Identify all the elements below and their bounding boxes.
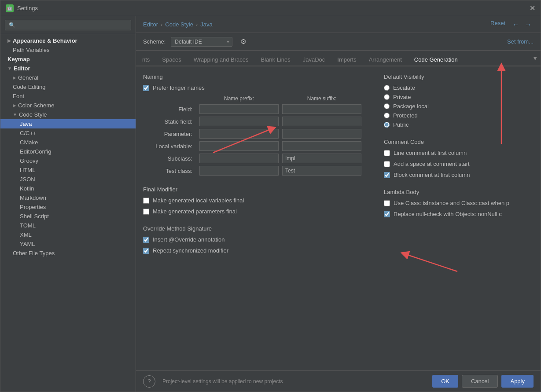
tab-javadoc[interactable]: JavaDoc	[297, 54, 331, 66]
tab-code-generation[interactable]: Code Generation	[408, 54, 464, 66]
sidebar-item-properties[interactable]: Properties	[0, 202, 136, 212]
test-class-label: Test class:	[143, 168, 196, 174]
visibility-escalate-radio[interactable]	[384, 85, 390, 91]
sidebar-item-code-style[interactable]: ▼ Code Style	[0, 110, 136, 119]
arrow-icon: ▶	[7, 38, 11, 43]
sidebar-item-shell-script[interactable]: Shell Script	[0, 212, 136, 221]
visibility-protected-label: Protected	[393, 112, 418, 119]
prefer-longer-names-checkbox[interactable]	[143, 85, 149, 91]
sidebar-item-markdown[interactable]: Markdown	[0, 193, 136, 202]
field-label: Field:	[143, 106, 196, 113]
sidebar-item-appearance[interactable]: ▶ Appearance & Behavior	[0, 36, 136, 45]
static-field-prefix-input[interactable]	[199, 117, 279, 126]
line-comment-checkbox[interactable]	[384, 150, 390, 156]
local-var-prefix-input[interactable]	[199, 141, 279, 151]
settings-window: 🤖 Settings ✕ ▶ Appearance & Behavior Pat…	[0, 0, 541, 392]
params-final-checkbox[interactable]	[143, 209, 149, 215]
sidebar-item-json[interactable]: JSON	[0, 175, 136, 184]
visibility-package-radio[interactable]	[384, 103, 390, 109]
subclass-prefix-input[interactable]	[199, 154, 279, 163]
repeat-synchronized-checkbox[interactable]	[143, 248, 149, 254]
sidebar-item-cpp[interactable]: C/C++	[0, 128, 136, 138]
visibility-private-label: Private	[393, 94, 411, 100]
tab-arrangement[interactable]: Arrangement	[363, 54, 408, 66]
sidebar-item-editorconfig[interactable]: EditorConfig	[0, 147, 136, 156]
sidebar-item-keymap[interactable]: Keymap	[0, 55, 136, 64]
scheme-gear-button[interactable]: ⚙	[238, 37, 249, 47]
breadcrumb-sep1: ›	[161, 21, 162, 28]
parameter-prefix-input[interactable]	[199, 129, 279, 139]
tab-blank-lines[interactable]: Blank Lines	[255, 54, 297, 66]
window-title: Settings	[17, 5, 530, 11]
final-modifier-section: Final Modifier Make generated local vari…	[143, 186, 366, 215]
sidebar-item-groovy[interactable]: Groovy	[0, 156, 136, 165]
sidebar-item-general[interactable]: ▶ General	[0, 73, 136, 82]
name-prefix-header: Name prefix:	[199, 95, 279, 102]
test-class-suffix-input[interactable]	[282, 166, 361, 176]
override-section: Override Method Signature Insert @Overri…	[143, 225, 366, 254]
block-comment-checkbox[interactable]	[384, 172, 390, 178]
sidebar-item-font[interactable]: Font	[0, 92, 136, 101]
override-annotation-checkbox[interactable]	[143, 237, 149, 243]
scheme-select[interactable]: Default IDE	[171, 37, 232, 47]
field-suffix-input[interactable]	[282, 104, 361, 114]
sidebar-item-path-variables[interactable]: Path Variables	[0, 45, 136, 55]
add-space-checkbox[interactable]	[384, 161, 390, 167]
parameter-suffix-input[interactable]	[282, 129, 361, 139]
tab-nts[interactable]: nts	[136, 54, 156, 66]
right-panel: Editor › Code Style › Java Reset ← → Sch…	[136, 16, 541, 392]
visibility-escalate-row: Escalate	[384, 84, 534, 91]
test-class-prefix-input[interactable]	[199, 166, 279, 176]
sidebar-item-code-editing[interactable]: Code Editing	[0, 82, 136, 92]
tab-wrapping[interactable]: Wrapping and Braces	[188, 54, 255, 66]
reset-label[interactable]: Reset	[490, 20, 505, 29]
help-button[interactable]: ?	[143, 375, 155, 388]
sidebar-item-editor[interactable]: ▼ Editor	[0, 64, 136, 73]
cancel-button[interactable]: Cancel	[462, 375, 498, 388]
parameter-label: Parameter:	[143, 131, 196, 137]
sidebar-item-xml[interactable]: XML	[0, 230, 136, 239]
search-input[interactable]	[5, 20, 131, 30]
bottom-info-text: Project-level settings will be applied t…	[155, 378, 432, 385]
ok-button[interactable]: OK	[432, 375, 458, 388]
visibility-protected-radio[interactable]	[384, 113, 390, 118]
sidebar-item-kotlin[interactable]: Kotlin	[0, 184, 136, 193]
nav-forward-button[interactable]: →	[523, 20, 534, 29]
final-modifier-title: Final Modifier	[143, 186, 366, 193]
static-field-suffix-input[interactable]	[282, 117, 361, 126]
nav-back-button[interactable]: ←	[511, 20, 521, 29]
visibility-public-radio[interactable]	[384, 122, 390, 128]
visibility-public-label: Public	[393, 121, 409, 128]
set-from-link[interactable]: Set from...	[507, 38, 534, 45]
tab-imports[interactable]: Imports	[331, 54, 362, 66]
sidebar-item-html[interactable]: HTML	[0, 165, 136, 175]
sidebar-item-color-scheme[interactable]: ▶ Color Scheme	[0, 101, 136, 110]
apply-button[interactable]: Apply	[501, 375, 534, 388]
tabs-overflow-arrow[interactable]: ▼	[530, 51, 541, 66]
sidebar-item-cmake[interactable]: CMake	[0, 138, 136, 147]
local-var-suffix-input[interactable]	[282, 141, 361, 151]
nav-buttons: Reset ← →	[490, 20, 534, 29]
default-visibility-section: Default Visibility Escalate Private Pack…	[384, 73, 534, 128]
sidebar-item-yaml[interactable]: YAML	[0, 239, 136, 249]
naming-title: Naming	[143, 73, 366, 80]
sidebar-tree: ▶ Appearance & Behavior Path Variables K…	[0, 34, 136, 392]
local-vars-final-checkbox[interactable]	[143, 198, 149, 204]
sidebar-item-java[interactable]: Java	[0, 119, 136, 128]
replace-null-checkbox[interactable]	[384, 211, 390, 217]
visibility-private-radio[interactable]	[384, 94, 390, 100]
sidebar-item-toml[interactable]: TOML	[0, 221, 136, 230]
visibility-escalate-label: Escalate	[393, 84, 415, 91]
subclass-suffix-input[interactable]	[282, 154, 361, 163]
tab-spaces[interactable]: Spaces	[156, 54, 187, 66]
scheme-label: Scheme:	[143, 38, 166, 45]
field-prefix-input[interactable]	[199, 104, 279, 114]
use-isinstance-checkbox[interactable]	[384, 200, 390, 206]
static-field-label: Static field:	[143, 118, 196, 125]
sidebar-item-other-file-types[interactable]: Other File Types	[0, 249, 136, 258]
close-button[interactable]: ✕	[530, 4, 535, 12]
params-final-label: Make generated parameters final	[153, 208, 237, 215]
line-comment-row: Line comment at first column	[384, 150, 534, 156]
visibility-package-label: Package local	[393, 103, 429, 110]
params-final-row: Make generated parameters final	[143, 208, 366, 215]
